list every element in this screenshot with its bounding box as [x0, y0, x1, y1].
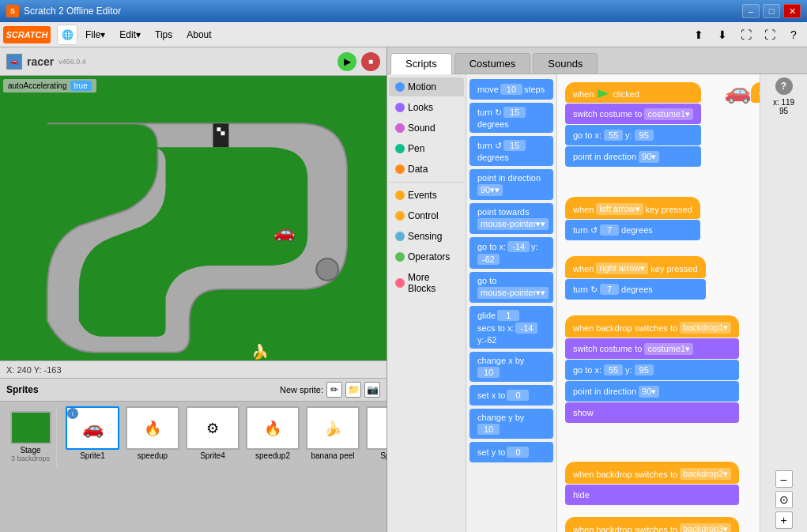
cat-control[interactable]: Control	[389, 206, 464, 225]
maximize-button[interactable]: □	[763, 4, 780, 18]
block-glide[interactable]: glide 1 secs to x:-14 y:-62	[469, 306, 553, 349]
cat-sensing[interactable]: Sensing	[389, 227, 464, 246]
tips-menu[interactable]: Tips	[149, 27, 179, 43]
cat-sound[interactable]: Sound	[389, 119, 464, 138]
edit-menu[interactable]: Edit▾	[113, 27, 147, 43]
cat-looks[interactable]: Looks	[389, 98, 464, 117]
zoom-plus-button[interactable]: +	[775, 511, 793, 529]
sprite-item-sprite1[interactable]: i 🚗 Sprite1	[65, 406, 120, 460]
car-sprite-icon: 🚗	[273, 221, 296, 243]
cat-more-blocks[interactable]: More Blocks	[389, 268, 464, 298]
point-direction-block-1[interactable]: point in direction 90▾	[565, 146, 701, 167]
svg-rect-3	[217, 131, 221, 135]
info-badge[interactable]: i	[67, 408, 78, 419]
stage-section: Stage 3 backdrops	[6, 406, 57, 467]
show-block[interactable]: show	[565, 402, 739, 423]
cat-sound-label: Sound	[408, 123, 436, 134]
block-group-when-clicked: when clicked switch costume to costume1▾…	[565, 82, 701, 167]
script-workspace[interactable]: when clicked switch costume to costume1▾…	[557, 74, 760, 532]
y-value: 95	[773, 107, 794, 115]
backdrop2-hat[interactable]: when backdrop switches to backdrop2▾	[565, 462, 739, 484]
sprite-item-bananapeel[interactable]: 🍌 banana peel	[305, 406, 360, 460]
window-title: Scratch 2 Offline Editor	[24, 6, 742, 17]
cat-pen[interactable]: Pen	[389, 139, 464, 158]
block-point-towards[interactable]: point towards mouse-pointer▾	[469, 203, 553, 234]
minimize-button[interactable]: –	[742, 4, 760, 18]
svg-rect-4	[221, 131, 224, 135]
block-turn-ccw[interactable]: turn ↺ 15 degrees	[469, 136, 553, 166]
goto-xy-block-2[interactable]: go to x: 55 y: 95	[565, 360, 739, 380]
cat-data[interactable]: Data	[389, 160, 464, 179]
zoom-reset-button[interactable]: ⊙	[775, 491, 793, 508]
sprite-stage-item[interactable]: Stage 3 backdrops	[5, 406, 60, 467]
block-stack-2: when left arrow▾ key pressed turn ↺ 7 de…	[565, 197, 700, 240]
add-sprite-paint-button[interactable]: ✏	[326, 382, 342, 398]
download-icon[interactable]: ⬇	[712, 25, 733, 45]
hide-block[interactable]: hide	[565, 485, 739, 505]
motion-dot	[395, 82, 405, 92]
globe-icon[interactable]: 🌐	[57, 25, 77, 45]
sprites-label: Sprites	[6, 384, 39, 395]
block-goto-xy[interactable]: go to x:-14 y:-62	[469, 237, 553, 269]
cat-pen-label: Pen	[408, 143, 424, 154]
present-icon[interactable]: ⛶	[760, 25, 780, 45]
close-button[interactable]: ✕	[783, 4, 801, 18]
new-sprite-label: New sprite:	[280, 385, 323, 394]
cat-events[interactable]: Events	[389, 186, 464, 205]
block-turn-cw[interactable]: turn ↻ 15 degrees	[469, 103, 553, 133]
add-sprite-camera-button[interactable]: 📷	[364, 382, 380, 398]
cat-operators[interactable]: Operators	[389, 247, 464, 266]
help-icon[interactable]: ?	[783, 25, 804, 45]
title-bar: S Scratch 2 Offline Editor – □ ✕	[0, 0, 807, 22]
sprite-item-sprite2[interactable]: 🍌 Sprite2	[365, 406, 387, 460]
stage-label: Stage	[20, 446, 40, 455]
block-goto[interactable]: go to mouse-pointer▾	[469, 272, 553, 303]
upload-icon[interactable]: ⬆	[688, 25, 709, 45]
block-set-y[interactable]: set y to 0	[469, 442, 553, 462]
turn-cw-block[interactable]: turn ↻ 7 degrees	[565, 279, 706, 300]
block-point-direction[interactable]: point in direction 90▾	[469, 169, 553, 200]
block-set-x[interactable]: set x to 0	[469, 385, 553, 406]
speedup2-label: speedup2	[255, 451, 290, 460]
when-clicked-hat[interactable]: when clicked	[565, 82, 701, 103]
sprite-item-speedup2[interactable]: 🔥 speedup2	[245, 406, 300, 460]
sprites-panel: Sprites New sprite: ✏ 📁 📷 Stage 3 backdr…	[0, 378, 387, 532]
svg-rect-1	[217, 127, 221, 131]
tab-costumes[interactable]: Costumes	[454, 53, 531, 74]
green-flag-button[interactable]: ▶	[338, 52, 356, 71]
backdrop1-hat[interactable]: when backdrop switches to backdrop1▾	[565, 315, 739, 338]
sprite-item-sprite4[interactable]: ⚙ Sprite4	[185, 406, 240, 460]
left-arrow-hat[interactable]: when left arrow▾ key pressed	[565, 197, 700, 219]
help-button[interactable]: ?	[775, 77, 793, 95]
about-menu[interactable]: About	[180, 27, 217, 43]
stop-button[interactable]: ■	[361, 52, 380, 71]
goto-xy-block-1[interactable]: go to x: 55 y: 95	[565, 125, 701, 145]
block-move[interactable]: move 10 steps	[469, 79, 553, 100]
zoom-minus-button[interactable]: –	[775, 470, 793, 488]
switch-costume-block-2[interactable]: switch costume to costume1▾	[565, 338, 739, 359]
file-menu[interactable]: File▾	[79, 27, 111, 43]
svg-point-7	[316, 258, 338, 281]
switch-costume-block[interactable]: switch costume to costume1▾	[565, 104, 701, 124]
tabs: Scripts Costumes Sounds	[387, 47, 807, 74]
tab-sounds[interactable]: Sounds	[533, 53, 598, 74]
backdrop3-hat[interactable]: when backdrop switches to backdrop3▾	[565, 517, 739, 532]
sprite-item-speedup[interactable]: 🔥 speedup	[125, 406, 180, 460]
block-group-backdrop3: when backdrop switches to backdrop3▾ go …	[565, 517, 739, 532]
fullscreen-icon[interactable]: ⛶	[736, 25, 756, 45]
block-group-left-arrow: when left arrow▾ key pressed turn ↺ 7 de…	[565, 197, 700, 240]
coords-bar: X: 240 Y: -163	[0, 360, 387, 378]
block-categories: Motion Looks Sound Pen Data	[387, 74, 466, 532]
block-change-x[interactable]: change x by 10	[469, 352, 553, 382]
add-sprite-file-button[interactable]: 📁	[345, 382, 361, 398]
block-change-y[interactable]: change y by 10	[469, 409, 553, 439]
speedup-thumbnail: 🔥	[126, 406, 179, 450]
turn-ccw-block[interactable]: turn ↺ 7 degrees	[565, 220, 700, 240]
point-direction-block-2[interactable]: point in direction 90▾	[565, 381, 739, 402]
block-stack-1: when clicked switch costume to costume1▾…	[565, 82, 701, 167]
operators-dot	[395, 252, 405, 262]
cat-motion[interactable]: Motion	[389, 77, 464, 96]
down-arrow-hat[interactable]: when down arro...	[751, 82, 760, 103]
right-arrow-hat[interactable]: when right arrow▾ key pressed	[565, 256, 706, 278]
tab-scripts[interactable]: Scripts	[390, 53, 452, 74]
